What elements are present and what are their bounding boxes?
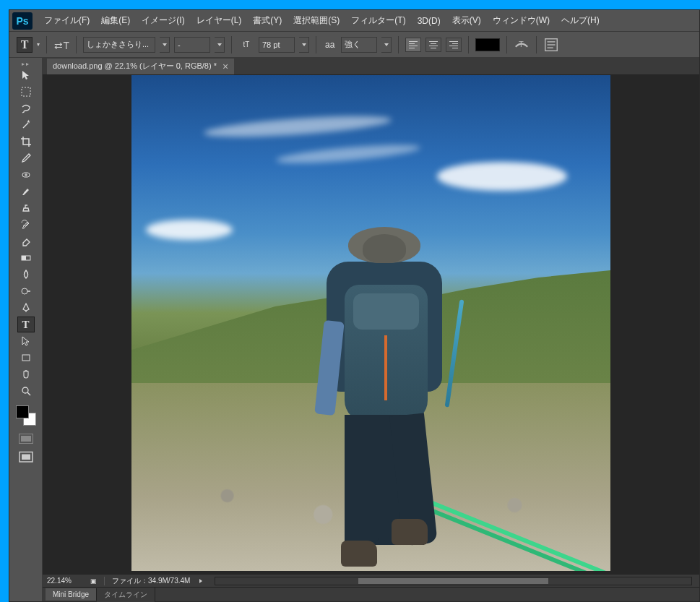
options-bar: T ▾ ⇄T しょかきさらり... - tT 78 pt aa 強く T [9,32,699,58]
cloud-decoration [276,141,421,166]
menu-3d[interactable]: 3D(D) [412,13,446,29]
path-selection-tool[interactable] [17,333,35,349]
align-left-button[interactable] [405,38,421,52]
menu-edit[interactable]: 編集(E) [95,12,136,30]
cloud-decoration [204,112,392,141]
svg-rect-19 [22,455,30,460]
separator [468,36,469,53]
menu-image[interactable]: イメージ(I) [136,12,190,30]
menu-filter[interactable]: フィルター(T) [345,12,411,30]
eraser-tool[interactable] [17,233,35,249]
panel-timeline[interactable]: タイムライン [97,588,155,602]
svg-point-16 [22,387,28,393]
antialias-dropdown-icon[interactable] [381,37,392,53]
tool-preset-icon[interactable]: T [17,37,33,53]
svg-rect-15 [22,355,30,361]
svg-text:⇄T: ⇄T [54,40,69,51]
gradient-tool[interactable] [17,250,35,266]
eyedropper-tool[interactable] [17,150,35,166]
separator [398,36,399,53]
cloud-decoration [146,220,233,240]
align-right-button[interactable] [446,38,462,52]
menu-help[interactable]: ヘルプ(H) [556,12,605,30]
close-icon[interactable]: × [222,61,228,72]
font-family-select[interactable]: しょかきさらり... [83,37,155,53]
hiker-towel [314,320,344,416]
menu-window[interactable]: ウィンドウ(W) [487,12,556,30]
status-bar: 22.14% ▣ ファイル：34.9M/73.4M [43,574,699,587]
hiker-backpack [345,285,428,422]
quick-mask-toggle[interactable] [19,434,33,444]
app-logo-text: Ps [16,15,28,27]
rectangle-tool[interactable] [17,350,35,366]
warp-text-icon[interactable]: T [514,37,530,53]
move-tool[interactable] [17,67,35,83]
menu-layer[interactable]: レイヤー(L) [191,12,248,30]
scrollbar-thumb[interactable] [358,578,548,584]
image-canvas[interactable] [131,75,610,571]
svg-line-7 [23,123,28,128]
magic-wand-tool[interactable] [17,117,35,133]
blur-tool[interactable] [17,267,35,283]
type-tool[interactable]: T [17,317,35,332]
separator [231,36,232,53]
status-menu-icon[interactable] [197,579,204,583]
panel-mini-bridge[interactable]: Mini Bridge [46,588,97,601]
separator [536,36,537,53]
separator [46,36,47,53]
screen-mode-toggle[interactable] [17,450,35,465]
lasso-tool[interactable] [17,100,35,116]
separator [104,577,105,585]
history-brush-tool[interactable] [17,217,35,233]
menu-select[interactable]: 選択範囲(S) [288,12,345,30]
tool-palette: ▸▸ T [9,58,43,601]
hiker-hat [348,227,420,263]
app-logo[interactable]: Ps [12,12,33,30]
foreground-color-swatch[interactable] [16,405,29,418]
clone-stamp-tool[interactable] [17,200,35,216]
document-tab-title: download.png @ 22.1% (レイヤー 0, RGB/8) * [53,61,217,72]
file-info[interactable]: ファイル：34.9M/73.4M [112,576,190,586]
hand-tool[interactable] [17,366,35,382]
menu-view[interactable]: 表示(V) [446,12,487,30]
separator [316,36,316,53]
cloud-decoration [437,162,567,191]
text-orientation-icon[interactable]: ⇄T [53,37,69,53]
font-size-dropdown-icon[interactable] [299,37,309,53]
align-center-button[interactable] [425,38,441,52]
dodge-tool[interactable] [17,283,35,299]
crop-tool[interactable] [17,134,35,150]
status-info-icon[interactable]: ▣ [90,577,97,585]
healing-brush-tool[interactable] [17,167,35,183]
pen-tool[interactable] [17,300,35,316]
palette-handle-icon[interactable]: ▸▸ [17,61,35,66]
horizontal-scrollbar[interactable] [215,577,692,585]
photoshop-window: Ps ファイル(F) 編集(E) イメージ(I) レイヤー(L) 書式(Y) 選… [9,9,700,602]
character-panel-icon[interactable] [543,37,559,53]
svg-point-13 [22,288,27,294]
font-size-icon: tT [238,37,254,53]
canvas-viewport[interactable] [43,75,699,574]
antialias-label: aa [325,40,334,50]
menu-file[interactable]: ファイル(F) [38,12,95,30]
text-color-swatch[interactable] [475,38,500,51]
brush-tool[interactable] [17,184,35,199]
font-style-select[interactable]: - [174,37,210,53]
work-area: ▸▸ T [9,58,699,601]
zoom-tool[interactable] [17,383,35,399]
font-style-dropdown-icon[interactable] [215,37,225,53]
menu-type[interactable]: 書式(Y) [247,12,288,30]
font-size-select[interactable]: 78 pt [259,37,295,53]
marquee-tool[interactable] [17,84,35,100]
foreground-background-colors[interactable] [16,405,36,426]
bottom-panels: Mini Bridge タイムライン [43,587,699,601]
svg-text:T: T [519,39,524,48]
zoom-level[interactable]: 22.14% [47,577,83,585]
document-tab[interactable]: download.png @ 22.1% (レイヤー 0, RGB/8) * × [47,59,234,74]
font-family-dropdown-icon[interactable] [160,37,170,53]
svg-rect-6 [22,87,30,96]
antialias-select[interactable]: 強く [341,37,377,53]
menubar: Ps ファイル(F) 編集(E) イメージ(I) レイヤー(L) 書式(Y) 選… [9,10,699,32]
separator [506,36,507,53]
hiker-figure [319,227,449,567]
